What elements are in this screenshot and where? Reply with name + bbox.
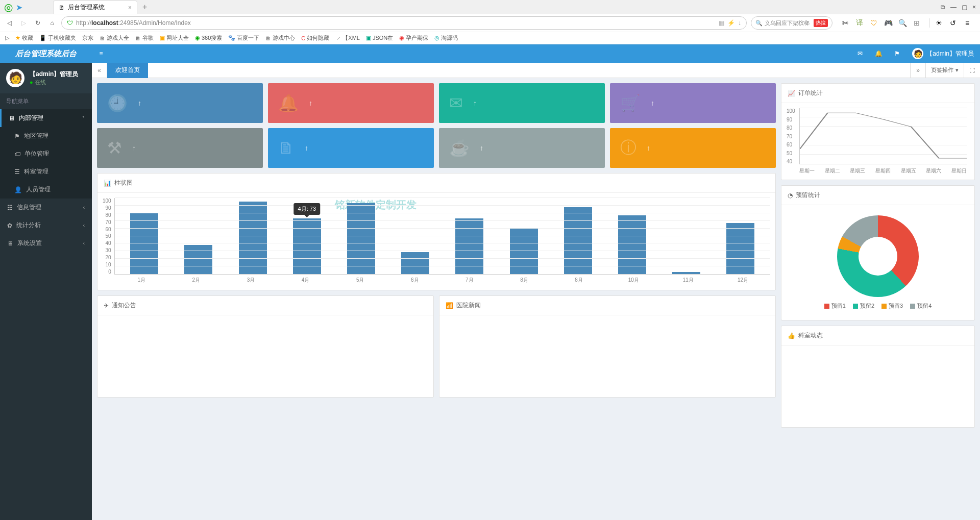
tag-icon: 🏷 — [14, 151, 20, 158]
reload-button[interactable]: ↻ — [33, 18, 43, 28]
bar-chart-icon: 📊 — [104, 180, 111, 187]
game-icon[interactable]: 🎮 — [884, 18, 893, 28]
nav-item-label: 地区管理 — [24, 132, 48, 140]
bar-5月[interactable] — [347, 203, 375, 274]
bar-11月[interactable] — [672, 272, 700, 274]
legend-item[interactable]: 预留2 — [853, 302, 874, 310]
url-text: http://localhost:24985/Admin/Home/Index — [76, 19, 191, 27]
legend-item[interactable]: 预留1 — [824, 302, 846, 310]
user-icon: 👤 — [14, 186, 22, 193]
minimize-icon[interactable]: — — [950, 4, 957, 11]
tile-coffee[interactable]: ☕↑ — [439, 128, 605, 168]
shield-orange-icon[interactable]: 🛡 — [869, 18, 878, 28]
legend-swatch — [824, 304, 829, 309]
flag-icon: ⚑ — [14, 133, 20, 140]
page-tab-welcome[interactable]: 欢迎首页 — [107, 63, 148, 78]
tile-file[interactable]: 🗎↑ — [268, 128, 434, 168]
bar-10月[interactable] — [618, 215, 646, 274]
bookmark-item[interactable]: ◎淘源码 — [434, 34, 458, 42]
nav-item-stats[interactable]: ✿统计分析‹ — [0, 216, 92, 234]
browser-tab[interactable]: 🗎 后台管理系统 × — [53, 1, 137, 14]
nav-arrow-icon[interactable]: ➤ — [16, 3, 22, 12]
bell-icon[interactable]: 🔔 — [869, 44, 888, 63]
bookmark-item[interactable]: ◉360搜索 — [195, 34, 222, 42]
close-window-icon[interactable]: × — [972, 4, 976, 11]
search-input[interactable]: 🔍 义乌回应下架槟榔 热搜 — [751, 16, 832, 30]
bar-1月[interactable] — [130, 213, 158, 274]
dept-news-panel: 👍科室动态 — [781, 326, 975, 428]
bookmark-item[interactable]: ◉孕产期保 — [399, 34, 428, 42]
tile-gavel[interactable]: ⚒↑ — [97, 128, 263, 168]
bar-6月[interactable] — [401, 252, 429, 274]
close-icon[interactable]: × — [128, 4, 132, 11]
line-chart-icon: 📈 — [788, 90, 795, 97]
home-button[interactable]: ⌂ — [47, 18, 57, 28]
legend-label: 预留2 — [860, 302, 874, 310]
translate-icon[interactable]: 译 — [855, 18, 864, 28]
tile-cart[interactable]: 🛒↑ — [610, 83, 776, 123]
tab-next-button[interactable]: » — [910, 63, 925, 78]
bookmark-item[interactable]: ▣网址大全 — [160, 34, 189, 42]
donut-chart — [837, 215, 919, 297]
bookmark-item[interactable]: 🗎游戏中心 — [265, 34, 295, 42]
bookmark-item[interactable]: 🗎谷歌 — [135, 34, 154, 42]
scissors-icon[interactable]: ✄ — [841, 18, 850, 28]
tile-bell[interactable]: 🔔↑ — [268, 83, 434, 123]
tab-ops-button[interactable]: 页签操作▾ — [925, 63, 964, 78]
hospital-news-panel: 📶医院新闻 — [439, 295, 776, 398]
nav-sub-person[interactable]: 👤人员管理 — [0, 181, 92, 199]
notice-panel: ✈通知公告 — [97, 295, 434, 398]
download-icon[interactable]: ↓ — [738, 19, 741, 27]
bookmark-expand-icon[interactable]: ▷ — [5, 35, 9, 41]
back-button[interactable]: ◁ — [4, 18, 14, 28]
donut-chart-panel: ◔预留统计 预留1预留2预留3预留4 — [781, 185, 975, 320]
bar-8月[interactable] — [564, 207, 592, 274]
legend-swatch — [881, 304, 887, 309]
mail-icon[interactable]: ✉ — [851, 44, 869, 63]
arrow-up-icon: ↑ — [305, 144, 308, 152]
forward-button[interactable]: ▷ — [18, 18, 29, 28]
nav-item-info[interactable]: ☷信息管理‹ — [0, 199, 92, 216]
maximize-icon[interactable]: ▢ — [962, 4, 967, 11]
topbar-user[interactable]: 🧑 【admin】管理员 — [906, 48, 980, 59]
tile-mail[interactable]: ✉↑ — [439, 83, 605, 123]
address-bar[interactable]: 🛡 http://localhost:24985/Admin/Home/Inde… — [61, 16, 747, 30]
restore-icon[interactable]: ↺ — [948, 18, 958, 28]
extension-icon[interactable]: ⧉ — [941, 4, 945, 11]
bookmark-item[interactable]: 🗎游戏大全 — [100, 34, 129, 42]
nav-item-settings[interactable]: 🖥系统设置‹ — [0, 234, 92, 252]
sun-icon[interactable]: ☀ — [934, 18, 943, 28]
bookmark-item[interactable]: ⟋【XML — [335, 34, 360, 42]
nav-sub-unit[interactable]: 🏷单位管理 — [0, 145, 92, 163]
bookmark-item[interactable]: ★收藏 — [15, 34, 33, 42]
line-x-axis: 星期一星期二星期三星期四星期五星期六星期日 — [799, 167, 967, 175]
qr-icon[interactable]: ▦ — [719, 19, 724, 27]
tab-prev-button[interactable]: « — [92, 63, 107, 78]
bookmark-item[interactable]: 京东 — [82, 34, 93, 42]
nav-sub-region[interactable]: ⚑地区管理 — [0, 127, 92, 145]
thumbs-up-icon: 👍 — [788, 332, 795, 339]
bar-2月[interactable] — [184, 245, 212, 274]
flash-icon[interactable]: ⚡ — [727, 19, 735, 27]
nav-sub-dept[interactable]: ☰科室管理 — [0, 163, 92, 181]
tiles-grid: 🕘↑🔔↑✉↑🛒↑⚒↑🗎↑☕↑ⓘ↑ — [97, 83, 776, 168]
menu-icon[interactable]: ≡ — [963, 18, 972, 28]
bookmark-item[interactable]: 🐾百度一下 — [228, 34, 259, 42]
new-tab-button[interactable]: + — [142, 3, 147, 12]
nav-item-label: 内部管理 — [19, 114, 43, 122]
bookmark-item[interactable]: 📱手机收藏夹 — [39, 34, 76, 42]
hamburger-button[interactable]: ≡ — [92, 44, 110, 63]
grid-icon[interactable]: ⊞ — [912, 18, 921, 28]
bookmark-item[interactable]: ▣JSON在 — [366, 34, 393, 42]
fullscreen-button[interactable]: ⛶ — [964, 63, 980, 78]
sidebar-username: 【admin】管理员 — [30, 70, 78, 79]
bookmark-item[interactable]: C如何隐藏 — [301, 34, 329, 42]
legend-item[interactable]: 预留3 — [881, 302, 903, 310]
legend-item[interactable]: 预留4 — [910, 302, 932, 310]
bookmark-bar: ▷ ★收藏 📱手机收藏夹 京东 🗎游戏大全 🗎谷歌 ▣网址大全 ◉360搜索 🐾… — [0, 32, 980, 44]
search-small-icon[interactable]: 🔍 — [898, 18, 907, 28]
nav-item-internal[interactable]: 🖥 内部管理 ˅ — [0, 109, 92, 127]
tile-clock[interactable]: 🕘↑ — [97, 83, 263, 123]
tile-info[interactable]: ⓘ↑ — [610, 128, 776, 168]
flag-icon[interactable]: ⚑ — [888, 44, 906, 63]
